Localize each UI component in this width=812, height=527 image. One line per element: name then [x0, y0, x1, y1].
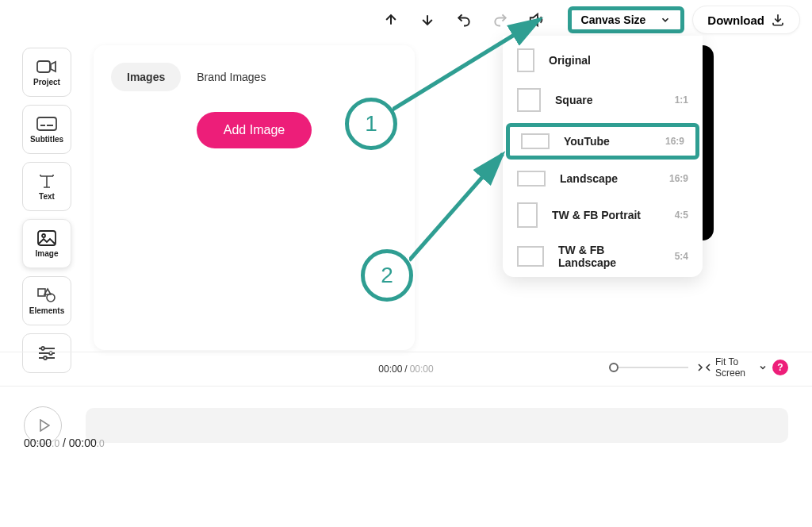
sidebar-item-text[interactable]: Text	[22, 162, 71, 211]
subtitles-icon	[36, 116, 57, 132]
timeline-time-readout: 00:00.0 / 00:00.0	[24, 437, 105, 449]
image-panel-tabs: Images Brand Images	[111, 63, 397, 91]
image-icon	[36, 230, 57, 246]
canvas-option-ratio: 16:9	[665, 136, 684, 147]
canvas-option-label: TW & FB Landscape	[558, 244, 661, 269]
svg-rect-2	[38, 231, 56, 245]
annotation-arrow-2	[409, 151, 512, 262]
status-time: 00:00 / 00:00	[378, 364, 433, 375]
chevron-down-icon	[758, 363, 768, 372]
shapes-icon	[36, 287, 57, 303]
svg-point-6	[41, 347, 44, 350]
aspect-box-icon	[517, 246, 544, 267]
aspect-box-icon	[517, 171, 546, 187]
timeline-row	[0, 394, 812, 457]
arrow-up-icon[interactable]	[382, 11, 400, 29]
zoom-slider-knob[interactable]	[609, 363, 619, 372]
svg-rect-1	[37, 117, 56, 130]
download-label: Download	[707, 13, 764, 27]
play-icon	[39, 419, 50, 432]
chevron-down-icon	[660, 14, 671, 25]
left-sidebar: Project Subtitles Text Image Elements	[22, 48, 71, 373]
image-panel: Images Brand Images Add Image	[94, 45, 415, 350]
canvas-option-ratio: 16:9	[669, 173, 688, 184]
time-dec-b: .0	[97, 438, 105, 449]
top-toolbar: Canvas Size Download	[0, 0, 812, 40]
time-main-b: 00:00	[69, 437, 97, 449]
fit-to-screen-control[interactable]: Fit To Screen ?	[609, 356, 788, 379]
time-main-a: 00:00	[24, 437, 52, 449]
time-dec-a: .0	[52, 438, 59, 449]
aspect-box-icon	[517, 48, 534, 72]
text-icon	[36, 173, 57, 189]
tab-brand-images[interactable]: Brand Images	[181, 63, 282, 91]
sidebar-item-label: Subtitles	[30, 135, 63, 144]
sidebar-item-elements[interactable]: Elements	[22, 276, 71, 325]
redo-icon[interactable]	[492, 11, 509, 29]
zoom-slider[interactable]	[609, 367, 688, 368]
sidebar-item-label: Elements	[29, 306, 64, 315]
aspect-box-icon	[517, 202, 538, 228]
canvas-option-label: YouTube	[564, 135, 651, 148]
add-image-button[interactable]: Add Image	[197, 112, 312, 148]
canvas-size-label: Canvas Size	[581, 13, 646, 26]
canvas-option-ratio: 4:5	[675, 210, 688, 221]
fit-screen-icon	[698, 363, 710, 372]
canvas-option-youtube[interactable]: YouTube 16:9	[506, 123, 699, 160]
canvas-option-tw-fb-portrait[interactable]: TW & FB Portrait 4:5	[503, 194, 703, 236]
canvas-option-ratio: 1:1	[675, 94, 688, 106]
canvas-option-original[interactable]: Original	[503, 44, 703, 80]
speaker-icon[interactable]	[528, 11, 546, 29]
download-icon	[771, 13, 785, 27]
canvas-option-label: Square	[555, 94, 661, 106]
timeline-track[interactable]	[86, 408, 788, 443]
arrow-down-icon[interactable]	[419, 11, 436, 29]
canvas-size-menu: Original Square 1:1 YouTube 16:9 Landsca…	[503, 36, 703, 277]
canvas-size-dropdown-button[interactable]: Canvas Size	[568, 6, 685, 33]
svg-point-3	[42, 234, 45, 237]
sidebar-item-project[interactable]: Project	[22, 48, 71, 97]
help-badge[interactable]: ?	[772, 360, 788, 375]
canvas-option-ratio: 5:4	[675, 251, 688, 262]
sidebar-item-label: Text	[39, 192, 55, 201]
download-button[interactable]: Download	[692, 6, 800, 34]
status-time-current: 00:00	[378, 364, 402, 375]
aspect-box-icon	[521, 133, 550, 149]
aspect-box-icon	[517, 88, 541, 112]
sidebar-item-image[interactable]: Image	[22, 219, 71, 268]
canvas-option-landscape[interactable]: Landscape 16:9	[503, 163, 703, 194]
sidebar-item-subtitles[interactable]: Subtitles	[22, 105, 71, 154]
canvas-option-label: TW & FB Portrait	[552, 209, 661, 221]
tab-images[interactable]: Images	[111, 63, 181, 91]
time-sep: /	[59, 437, 69, 449]
sidebar-item-label: Image	[36, 249, 59, 258]
status-time-total: 00:00	[410, 364, 434, 375]
canvas-option-label: Landscape	[560, 172, 655, 185]
status-time-sep: /	[404, 364, 407, 375]
video-camera-icon	[36, 59, 57, 75]
svg-line-10	[409, 154, 503, 260]
fit-screen-label: Fit To Screen	[715, 356, 753, 379]
toolbar-icon-group	[382, 11, 546, 29]
sidebar-item-label: Project	[33, 78, 60, 87]
canvas-option-tw-fb-landscape[interactable]: TW & FB Landscape 5:4	[503, 236, 703, 277]
undo-icon[interactable]	[455, 11, 473, 29]
annotation-step-1: 1	[345, 98, 397, 150]
canvas-option-label: Original	[549, 54, 674, 67]
canvas-option-square[interactable]: Square 1:1	[503, 80, 703, 120]
annotation-step-2: 2	[361, 249, 413, 302]
svg-rect-0	[37, 61, 50, 72]
